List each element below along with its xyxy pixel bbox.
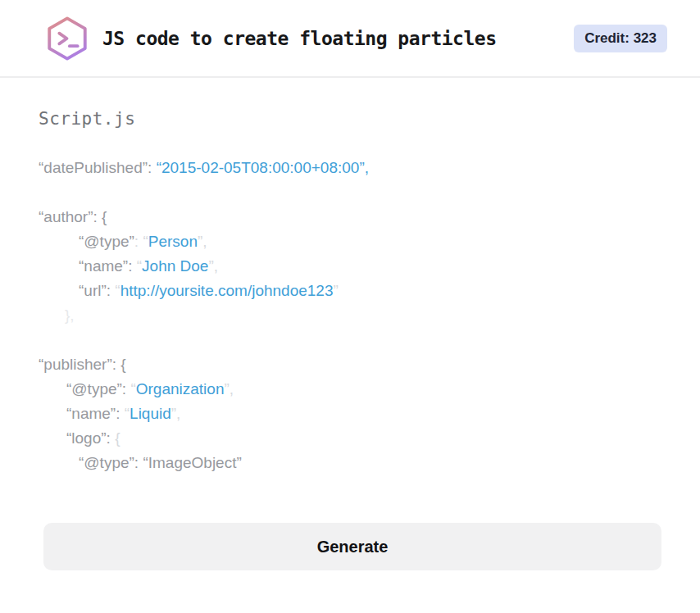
code-segment-light: ”	[334, 282, 339, 299]
code-segment-value: Liquid	[130, 405, 171, 422]
code-output-block: “datePublished”: “2015-02-05T08:00:00+08…	[39, 156, 661, 475]
credit-badge: Credit: 323	[574, 25, 667, 52]
code-segment-light: {	[115, 429, 120, 447]
code-segment-light: ”,	[224, 380, 234, 397]
code-line: “@type”: “Person”,	[39, 229, 661, 254]
code-segment-value: http://yoursite.com/johndoe123	[120, 282, 334, 299]
code-line: “@type”: “ImageObject”	[39, 451, 661, 475]
code-segment-value: “2015-02-05T08:00:00+08:00”,	[157, 159, 369, 176]
code-segment-light: : “	[134, 233, 148, 250]
code-segment-value: Person	[148, 233, 198, 250]
code-segment-key: “author”: {	[39, 208, 107, 225]
code-line: “name”: “John Doe”,	[39, 254, 661, 279]
code-segment-light: ”,	[208, 257, 218, 275]
terminal-prompt-hexagon-icon	[43, 15, 91, 62]
code-segment-key: “publisher”: {	[39, 356, 126, 373]
code-line: “author”: {	[39, 205, 661, 229]
code-segment-key: “@type”: “ImageObject”	[79, 454, 242, 471]
code-line: “logo”: {	[39, 426, 661, 451]
header-left: JS code to create floating particles	[43, 15, 497, 62]
code-segment-key: “url”:	[79, 282, 115, 299]
code-segment-key: “logo”:	[66, 429, 115, 447]
code-segment-key: “name”:	[66, 405, 125, 422]
main-content: Script.js “datePublished”: “2015-02-05T0…	[0, 109, 700, 570]
code-segment-value: John Doe	[142, 257, 208, 275]
code-line: “publisher”: {	[39, 352, 661, 377]
code-line: “@type”: “Organization”,	[39, 377, 661, 402]
code-line	[39, 180, 661, 205]
code-line: },	[39, 303, 661, 328]
code-segment-key: “@type”	[79, 233, 134, 250]
page-title: JS code to create floating particles	[102, 28, 497, 49]
code-segment-light: ”,	[198, 233, 207, 250]
code-segment-value: Organization	[136, 380, 225, 397]
code-line: “datePublished”: “2015-02-05T08:00:00+08…	[39, 156, 661, 180]
code-line: “name”: “Liquid”,	[39, 402, 661, 426]
header: JS code to create floating particles Cre…	[0, 0, 700, 78]
generate-button[interactable]: Generate	[43, 523, 661, 570]
app-window: JS code to create floating particles Cre…	[0, 0, 700, 613]
code-segment-key: “datePublished”:	[39, 159, 157, 176]
code-segment-key: “@type”:	[66, 380, 130, 397]
code-segment-key: “name”:	[79, 257, 137, 275]
code-segment-faint: },	[65, 306, 75, 324]
code-segment-light: ”,	[171, 405, 181, 422]
code-line	[39, 328, 661, 352]
file-name-heading: Script.js	[39, 109, 661, 129]
code-line: “url”: “http://yoursite.com/johndoe123”	[39, 279, 661, 303]
